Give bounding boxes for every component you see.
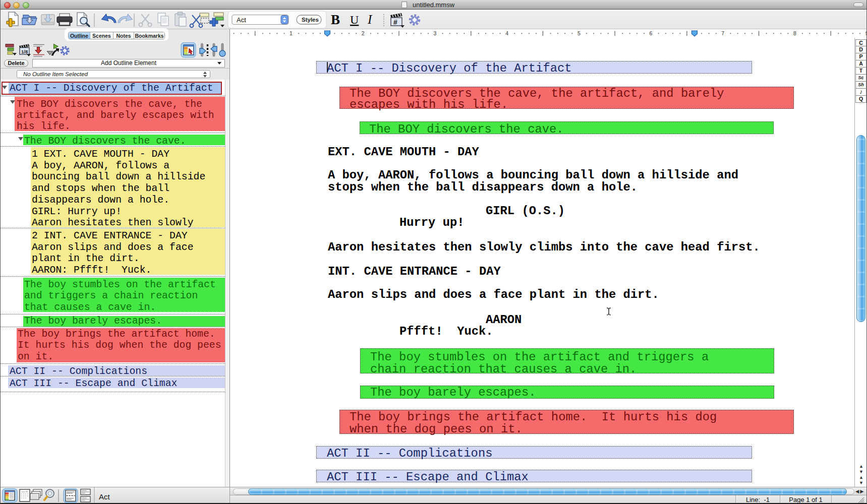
svg-text:I: I bbox=[367, 13, 373, 26]
svg-text:#: # bbox=[393, 18, 397, 26]
svg-text:Act: Act bbox=[237, 16, 246, 24]
svg-text:U: U bbox=[350, 13, 359, 26]
svg-text:B: B bbox=[331, 12, 340, 27]
svg-text:1/8: 1/8 bbox=[21, 49, 28, 54]
svg-text:Styles: Styles bbox=[302, 17, 319, 23]
svg-text:Act: Act bbox=[99, 492, 110, 501]
